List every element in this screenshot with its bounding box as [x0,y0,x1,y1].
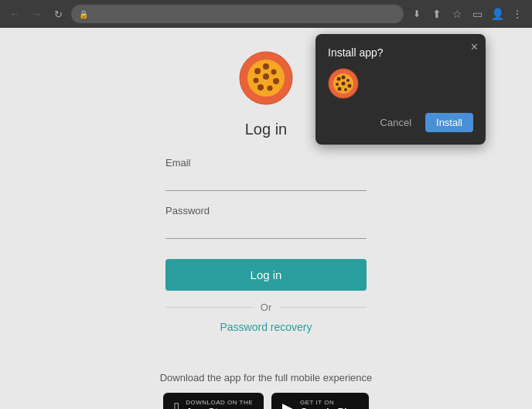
svg-point-8 [254,68,261,74]
download-text: Download the app for the full mobile exp… [160,372,373,383]
browser-chrome: ← → ↻ 🔒 ⬇ ⬆ ☆ ▭ 👤 ⋮ [0,0,532,28]
popup-actions: Cancel Install [328,113,473,132]
page-content: Log in Email Password Log in Or Password… [0,28,532,409]
login-button[interactable]: Log in [165,259,367,291]
password-recovery-link[interactable]: Password recovery [165,321,367,333]
app-store-button[interactable]:  Download on the App Store [163,393,264,409]
share-button[interactable]: ⬆ [428,5,445,22]
password-group: Password [165,205,367,239]
menu-button[interactable]: ⋮ [509,5,526,22]
svg-point-15 [344,88,347,91]
password-label: Password [165,205,367,216]
install-app-popup: Install app? × Cancel Install [315,34,486,145]
google-play-icon: ▶ [282,399,294,409]
refresh-button[interactable]: ↻ [49,5,66,22]
bookmark-button[interactable]: ☆ [448,5,466,22]
svg-point-19 [342,82,346,86]
apple-icon:  [174,400,179,410]
app-store-sub: Download on the [186,399,253,406]
browser-right-icons: ⬇ ⬆ ☆ ▭ 👤 ⋮ [408,5,526,22]
popup-install-button[interactable]: Install [425,113,473,132]
profile-button[interactable]: 👤 [489,5,506,22]
login-form: Email Password Log in Or Password recove… [165,157,367,356]
email-group: Email [165,157,367,191]
app-store-text: Download on the App Store [186,399,253,409]
svg-point-3 [271,70,277,75]
sidebar-toggle-button[interactable]: ▭ [469,5,486,22]
store-buttons:  Download on the App Store ▶ GET IT ON … [163,393,369,409]
back-button[interactable]: ← [6,5,23,22]
page-title: Log in [245,121,288,138]
svg-point-16 [338,87,342,91]
popup-close-button[interactable]: × [471,40,478,54]
app-logo [239,51,293,121]
popup-cancel-button[interactable]: Cancel [374,113,418,132]
install-pwa-button[interactable]: ⬇ [408,5,425,22]
google-play-text: GET IT ON Google Play [300,399,358,409]
svg-point-13 [346,79,350,82]
password-input[interactable] [165,220,367,239]
google-play-button[interactable]: ▶ GET IT ON Google Play [271,393,369,409]
download-section: Download the app for the full mobile exp… [160,372,373,409]
popup-app-icon [328,68,473,113]
app-store-name: App Store [186,406,234,409]
popup-title: Install app? [328,46,473,59]
forward-button[interactable]: → [28,5,45,22]
google-play-name: Google Play [300,406,358,409]
svg-point-6 [257,84,264,90]
or-text: Or [261,302,271,313]
google-play-sub: GET IT ON [300,399,334,406]
email-label: Email [165,157,367,169]
svg-point-2 [263,63,269,70]
svg-point-4 [273,78,279,84]
address-bar[interactable]: 🔒 [71,5,404,23]
svg-point-14 [348,84,352,88]
svg-point-9 [263,73,269,80]
svg-point-12 [342,76,346,80]
lock-icon: 🔒 [79,10,88,19]
email-input[interactable] [165,172,367,191]
svg-point-5 [268,86,273,91]
svg-point-7 [254,78,259,84]
or-divider: Or [165,302,367,313]
svg-point-18 [337,77,341,81]
svg-point-17 [336,83,339,86]
